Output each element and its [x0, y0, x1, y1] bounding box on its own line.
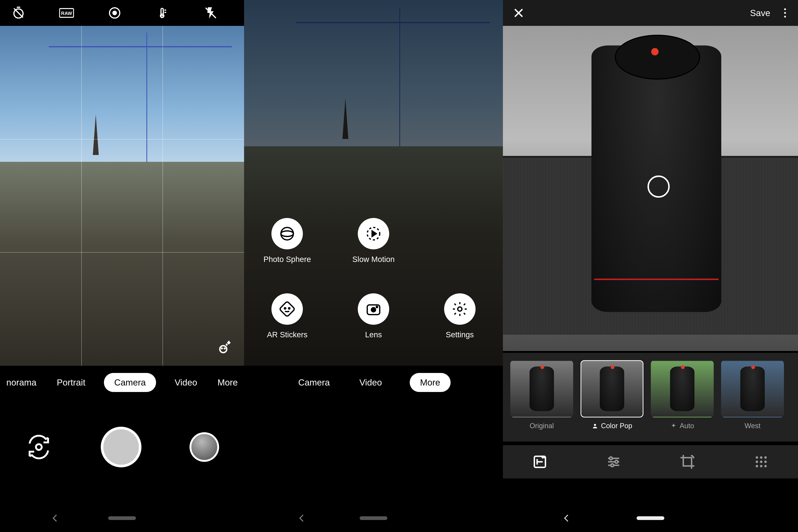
- switch-camera-button[interactable]: [25, 433, 53, 461]
- timer-off-icon[interactable]: [11, 5, 26, 20]
- svg-point-10: [36, 444, 42, 450]
- svg-point-27: [760, 456, 762, 459]
- svg-point-28: [764, 456, 766, 459]
- svg-point-12: [281, 231, 294, 236]
- white-balance-icon[interactable]: [155, 5, 170, 20]
- more-label: AR Stickers: [267, 330, 307, 339]
- mode-more[interactable]: More: [410, 373, 451, 392]
- svg-point-32: [756, 465, 758, 467]
- system-nav-bar: [0, 504, 244, 532]
- grid-line: [163, 26, 163, 366]
- filter-auto[interactable]: Auto: [651, 360, 714, 430]
- raw-icon[interactable]: RAW: [59, 5, 74, 20]
- motion-photo-icon[interactable]: [107, 5, 122, 20]
- grid-line: [0, 139, 244, 139]
- filter-color-pop[interactable]: Color Pop: [581, 360, 643, 430]
- svg-point-31: [764, 460, 766, 463]
- lens-icon: [358, 293, 389, 325]
- editor-topbar: Save: [503, 0, 798, 26]
- nav-back-icon[interactable]: [561, 513, 572, 524]
- svg-point-18: [371, 308, 376, 312]
- svg-point-29: [756, 460, 758, 463]
- focal-point-handle[interactable]: [648, 175, 670, 198]
- markup-tab-icon[interactable]: [752, 453, 770, 471]
- svg-point-21: [594, 424, 596, 426]
- ar-stickers-icon: [271, 293, 303, 325]
- adjust-tab-icon[interactable]: [604, 453, 623, 471]
- filters-tab-icon[interactable]: [531, 453, 549, 471]
- overflow-menu-icon[interactable]: [781, 8, 789, 18]
- mode-video[interactable]: Video: [358, 373, 384, 392]
- svg-point-19: [376, 306, 378, 308]
- filter-label: Color Pop: [601, 422, 632, 430]
- more-label: Settings: [446, 330, 474, 339]
- slow-motion-icon: [358, 218, 389, 249]
- photo-sphere-icon: [271, 218, 303, 249]
- more-label: Photo Sphere: [264, 255, 311, 264]
- camera-more-screen: Photo Sphere Slow Motion . AR Stickers L: [244, 0, 503, 532]
- filter-original[interactable]: Original: [510, 360, 573, 430]
- svg-point-30: [760, 460, 762, 463]
- mode-selector[interactable]: norama Portrait Camera Video More: [0, 366, 244, 399]
- svg-point-15: [284, 308, 286, 309]
- sparkle-icon: [670, 423, 677, 429]
- svg-point-33: [760, 465, 762, 467]
- mode-camera[interactable]: Camera: [296, 373, 332, 392]
- svg-point-16: [289, 308, 290, 309]
- editor-tool-tabs: [503, 445, 798, 478]
- mode-camera[interactable]: Camera: [104, 373, 156, 392]
- svg-point-24: [615, 460, 618, 463]
- more-label: Lens: [365, 330, 382, 339]
- more-lens[interactable]: Lens: [358, 293, 389, 339]
- nav-back-icon[interactable]: [296, 513, 307, 524]
- editor-preview[interactable]: [503, 26, 798, 351]
- save-button[interactable]: Save: [750, 8, 770, 18]
- nav-home-pill[interactable]: [637, 516, 664, 520]
- mode-selector[interactable]: Camera Video More: [244, 366, 503, 399]
- crop-tab-icon[interactable]: [678, 453, 697, 471]
- svg-text:RAW: RAW: [61, 11, 72, 16]
- filter-label: Auto: [680, 422, 694, 430]
- mode-panorama[interactable]: norama: [4, 373, 38, 392]
- gallery-thumbnail[interactable]: [189, 432, 219, 462]
- camera-topbar: RAW: [0, 0, 244, 26]
- camera-screen: RAW: [0, 0, 244, 532]
- nav-back-icon[interactable]: [50, 513, 61, 524]
- person-icon: [592, 423, 598, 429]
- svg-point-23: [610, 457, 612, 460]
- svg-point-11: [281, 227, 294, 240]
- filter-strip[interactable]: Original Color Pop Auto West: [503, 353, 798, 441]
- photo-editor-screen: Save Original Color Pop: [503, 0, 798, 532]
- viewfinder[interactable]: [0, 26, 244, 366]
- settings-icon: [444, 293, 475, 325]
- grid-line: [81, 26, 82, 366]
- more-slow-motion[interactable]: Slow Motion: [352, 218, 395, 264]
- close-icon[interactable]: [512, 6, 525, 19]
- more-ar-stickers[interactable]: AR Stickers: [267, 293, 307, 339]
- more-modes-grid: Photo Sphere Slow Motion . AR Stickers L: [244, 218, 503, 339]
- svg-rect-14: [279, 301, 295, 317]
- svg-point-8: [221, 348, 222, 349]
- svg-point-9: [224, 348, 225, 349]
- system-nav-bar: [244, 504, 503, 532]
- mode-video[interactable]: Video: [173, 373, 199, 392]
- filter-label: Original: [530, 422, 554, 430]
- shutter-bar: [0, 403, 244, 491]
- nav-home-pill[interactable]: [108, 516, 136, 520]
- filter-label: West: [745, 422, 760, 430]
- filter-west[interactable]: West: [721, 360, 784, 430]
- mode-portrait[interactable]: Portrait: [55, 373, 87, 392]
- shutter-button[interactable]: [101, 427, 142, 467]
- nav-home-pill[interactable]: [360, 516, 387, 520]
- svg-point-26: [756, 456, 758, 459]
- svg-point-7: [220, 346, 227, 353]
- svg-point-25: [611, 464, 614, 467]
- grid-line: [0, 252, 244, 252]
- svg-point-4: [113, 11, 116, 15]
- face-retouch-icon[interactable]: [216, 338, 233, 355]
- more-settings[interactable]: Settings: [444, 293, 475, 339]
- mode-more[interactable]: More: [216, 373, 239, 392]
- more-label: Slow Motion: [352, 255, 395, 264]
- flash-off-icon[interactable]: [203, 5, 218, 20]
- more-photo-sphere[interactable]: Photo Sphere: [264, 218, 311, 264]
